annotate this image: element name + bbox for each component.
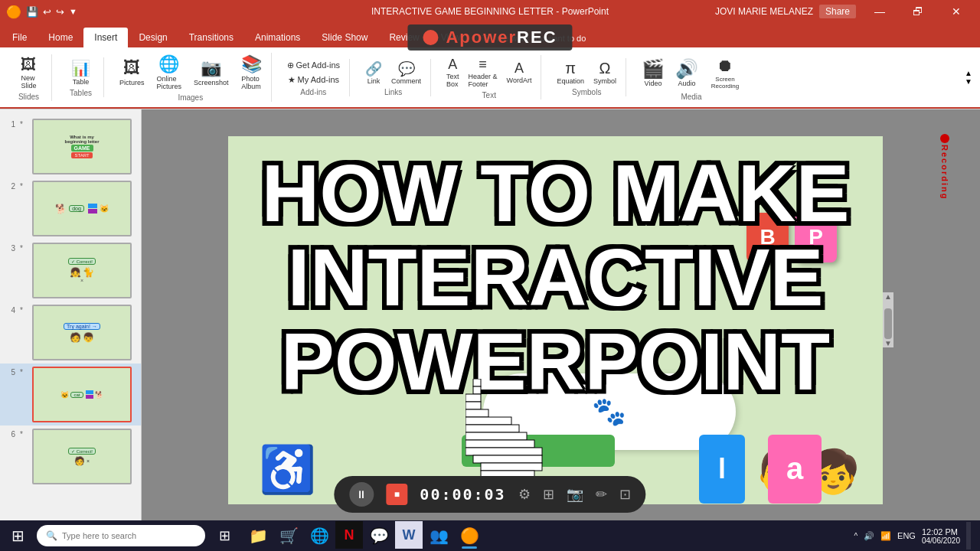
rec-fullscreen-icon[interactable]: ⊡	[619, 486, 631, 503]
equation-button[interactable]: πEquation	[554, 58, 587, 86]
cursor-hand	[466, 379, 550, 481]
quick-access-undo[interactable]: ↩	[43, 6, 51, 18]
tab-slideshow[interactable]: Slide Show	[311, 28, 378, 47]
ribbon-group-text: ATextBox ≡Header &Footer AWordArt Text	[437, 55, 541, 99]
systray-network[interactable]: 📶	[880, 531, 891, 541]
slide-thumb-2[interactable]: 2 * 🐕 dog 🐱	[0, 178, 141, 240]
clock[interactable]: 12:02 PM 04/06/2020	[922, 527, 960, 545]
quick-access-save[interactable]: 💾	[26, 6, 38, 18]
photo-album-button[interactable]: 📚 PhotoAlbum	[238, 53, 265, 92]
tables-group-label: Tables	[70, 89, 92, 97]
ribbon-scrollbar[interactable]: ▲ ▼	[963, 69, 974, 86]
svg-rect-7	[466, 432, 527, 440]
slide-thumb-1[interactable]: 1 * What is mybeginning letter GAME STAR…	[0, 116, 141, 178]
powerpoint-icon: 🟠	[6, 5, 21, 19]
tab-file[interactable]: File	[2, 28, 38, 47]
get-addins-button[interactable]: ⊕Get Add-ins	[284, 59, 343, 72]
rec-pen-icon[interactable]: ✏	[596, 486, 607, 503]
taskbar-app-explorer[interactable]: 📁	[243, 521, 273, 550]
new-slide-button[interactable]: 🖼 NewSlide	[18, 54, 39, 91]
systray-volume[interactable]: 🔊	[864, 531, 874, 541]
ribbon-group-links: 🔗Link 💬Comment Links	[356, 59, 431, 96]
video-button[interactable]: 🎬Video	[639, 57, 668, 89]
slide-title-line1: HOW TO MAKE	[261, 148, 849, 238]
slide-num-1: 1	[5, 120, 15, 129]
apowerrec-overlay: ApowerREC	[407, 24, 572, 51]
recording-badge: Recording	[940, 134, 949, 200]
start-button[interactable]: ⊞	[3, 521, 32, 550]
online-pictures-button[interactable]: 🌐 OnlinePictures	[154, 53, 185, 92]
screenshot-button[interactable]: 📷 Screenshot	[191, 57, 232, 88]
svg-rect-2	[466, 394, 481, 402]
slide-canvas: B P 🐾 l a ♿	[228, 136, 883, 504]
slide-star-4: *	[20, 306, 28, 315]
quick-access-more[interactable]: ▼	[69, 7, 77, 16]
tab-insert[interactable]: Insert	[83, 28, 128, 47]
slide-panel[interactable]: 1 * What is mybeginning letter GAME STAR…	[0, 109, 142, 530]
wordart-button[interactable]: AWordArt	[504, 59, 535, 86]
taskbar-app-edge[interactable]: 🌐	[305, 521, 334, 550]
media-group-label: Media	[681, 93, 701, 101]
slide-preview-2: 🐕 dog 🐱	[32, 181, 132, 236]
search-box[interactable]: 🔍	[37, 525, 205, 546]
taskbar-app-skype[interactable]: 💬	[364, 521, 394, 550]
slide-num-6: 6	[5, 430, 15, 439]
task-view-button[interactable]: ⊞	[210, 521, 239, 550]
ribbon-group-addins: ⊕Get Add-ins ★My Add-ins Add-ins	[278, 59, 350, 96]
my-addins-button[interactable]: ★My Add-ins	[285, 73, 342, 86]
taskbar-system-tray: ^ 🔊 📶 ENG 12:02 PM 04/06/2020	[854, 522, 977, 549]
rec-settings-icon[interactable]: ⚙	[518, 486, 531, 503]
slide-thumb-5[interactable]: 5 * 🐱 cat 🐕	[0, 364, 141, 425]
svg-rect-4	[466, 409, 488, 417]
taskbar-app-powerpoint[interactable]: 🟠	[455, 521, 484, 550]
slide-num-2: 2	[5, 182, 15, 191]
ribbon-group-slides: 🖼 NewSlide Slides	[6, 54, 52, 101]
systray-chevron[interactable]: ^	[854, 532, 858, 540]
svg-rect-6	[466, 425, 519, 432]
ribbon-group-symbols: πEquation ΩSymbol Symbols	[547, 58, 626, 96]
quick-access-redo[interactable]: ↪	[56, 6, 64, 18]
apowerrec-circle-icon	[423, 30, 438, 45]
restore-button[interactable]: 🗗	[900, 0, 936, 23]
slide-thumb-4[interactable]: 4 * Try again! → 🧑 👦	[0, 302, 141, 364]
table-button[interactable]: 📊 Table	[68, 57, 93, 87]
textbox-button[interactable]: ATextBox	[443, 55, 462, 90]
audio-button[interactable]: 🔊Audio	[672, 57, 701, 89]
svg-rect-8	[466, 440, 534, 448]
screen-recording-button[interactable]: ⏺ ScreenRecording	[706, 54, 744, 91]
taskbar-app-netflix[interactable]: N	[335, 521, 363, 549]
slide-num-4: 4	[5, 306, 15, 315]
show-desktop-button[interactable]	[966, 522, 971, 549]
taskbar-app-people[interactable]: 👥	[424, 521, 453, 550]
slide-thumb-6[interactable]: 6 * ✓ Correct! 🧑 ×	[0, 425, 141, 487]
apowerrec-logo-label: ApowerREC	[446, 28, 557, 47]
symbol-button[interactable]: ΩSymbol	[590, 58, 619, 86]
canvas-vertical-scrollbar[interactable]: ▲ ▼	[883, 292, 893, 347]
stop-button[interactable]: ■	[386, 484, 407, 505]
slide-preview-1: What is mybeginning letter GAME START	[32, 119, 132, 174]
taskbar-app-store[interactable]: 🛒	[274, 521, 303, 550]
link-button[interactable]: 🔗Link	[362, 59, 385, 86]
header-footer-button[interactable]: ≡Header &Footer	[466, 55, 501, 90]
window-controls[interactable]: — 🗗 ✕	[862, 0, 974, 23]
tab-animations[interactable]: Animations	[244, 28, 311, 47]
tab-transitions[interactable]: Transitions	[178, 28, 244, 47]
tab-design[interactable]: Design	[128, 28, 178, 47]
taskbar-app-word[interactable]: W	[395, 521, 423, 549]
slide-thumb-3[interactable]: 3 * ✓ Correct! 👧 🐈 ×	[0, 240, 141, 302]
comment-button[interactable]: 💬Comment	[388, 59, 424, 86]
tab-home[interactable]: Home	[38, 28, 83, 47]
pictures-button[interactable]: 🖼 Pictures	[116, 57, 148, 88]
pause-button[interactable]: ⏸	[349, 482, 374, 507]
images-group-label: Images	[178, 93, 203, 102]
rec-grid-icon[interactable]: ⊞	[543, 486, 554, 503]
search-input[interactable]	[62, 531, 196, 540]
systray-language[interactable]: ENG	[897, 531, 916, 540]
ribbon-group-media: 🎬Video 🔊Audio ⏺ ScreenRecording Media	[632, 54, 750, 101]
minimize-button[interactable]: —	[862, 0, 897, 23]
rec-camera-icon[interactable]: 📷	[567, 486, 583, 503]
taskbar-apps: 📁 🛒 🌐 N 💬 W 👥 🟠	[243, 521, 484, 550]
share-button[interactable]: Share	[819, 5, 856, 18]
scroll-thumb[interactable]	[884, 308, 892, 339]
close-button[interactable]: ✕	[939, 0, 974, 23]
